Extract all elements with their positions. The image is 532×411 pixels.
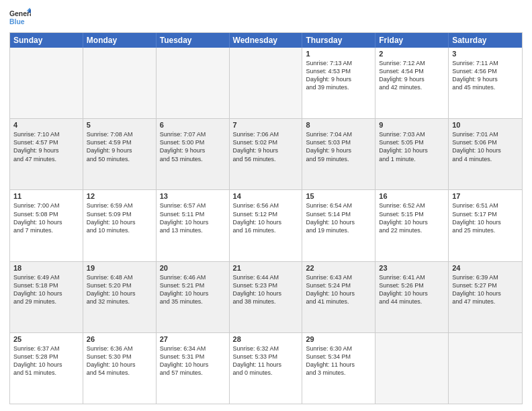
day-number: 25 [13,335,79,343]
cell-text: Sunrise: 7:13 AM Sunset: 4:53 PM Dayligh… [306,59,371,92]
day-number: 2 [379,50,445,58]
calendar-cell [230,48,303,118]
calendar-day-header: Friday [375,33,449,48]
calendar-cell: 11Sunrise: 7:00 AM Sunset: 5:08 PM Dayli… [10,190,83,261]
cell-text: Sunrise: 6:51 AM Sunset: 5:17 PM Dayligh… [452,201,519,234]
calendar-cell: 12Sunrise: 6:59 AM Sunset: 5:09 PM Dayli… [83,190,157,261]
calendar-cell: 15Sunrise: 6:54 AM Sunset: 5:14 PM Dayli… [302,190,375,261]
day-number: 20 [160,264,226,272]
day-number: 29 [306,335,371,343]
calendar-cell: 21Sunrise: 6:44 AM Sunset: 5:23 PM Dayli… [230,262,303,332]
calendar-cell: 8Sunrise: 7:04 AM Sunset: 5:03 PM Daylig… [302,119,375,189]
cell-text: Sunrise: 6:30 AM Sunset: 5:34 PM Dayligh… [306,345,371,377]
day-number: 7 [233,121,299,129]
day-number: 9 [379,121,445,129]
calendar: SundayMondayTuesdayWednesdayThursdayFrid… [9,32,523,404]
cell-text: Sunrise: 6:41 AM Sunset: 5:26 PM Dayligh… [379,273,445,306]
day-number: 8 [306,121,371,129]
day-number: 19 [87,264,152,272]
calendar-cell: 26Sunrise: 6:36 AM Sunset: 5:30 PM Dayli… [83,333,157,404]
cell-text: Sunrise: 6:56 AM Sunset: 5:12 PM Dayligh… [233,201,299,234]
day-number: 26 [87,335,152,343]
svg-text:Blue: Blue [9,18,25,26]
day-number: 1 [306,50,371,58]
day-number: 14 [233,192,299,200]
calendar-cell: 24Sunrise: 6:39 AM Sunset: 5:27 PM Dayli… [449,262,522,332]
day-number: 13 [160,192,226,200]
cell-text: Sunrise: 6:46 AM Sunset: 5:21 PM Dayligh… [160,273,226,306]
cell-text: Sunrise: 7:04 AM Sunset: 5:03 PM Dayligh… [306,130,371,163]
day-number: 21 [233,264,299,272]
cell-text: Sunrise: 6:57 AM Sunset: 5:11 PM Dayligh… [160,201,226,234]
calendar-cell: 4Sunrise: 7:10 AM Sunset: 4:57 PM Daylig… [10,119,83,189]
day-number: 5 [87,121,152,129]
calendar-day-header: Thursday [302,33,375,48]
cell-text: Sunrise: 7:08 AM Sunset: 4:59 PM Dayligh… [87,130,152,163]
calendar-cell: 25Sunrise: 6:37 AM Sunset: 5:28 PM Dayli… [10,333,83,404]
day-number: 15 [306,192,371,200]
calendar-day-header: Wednesday [230,33,303,48]
calendar-cell: 27Sunrise: 6:34 AM Sunset: 5:31 PM Dayli… [157,333,230,404]
cell-text: Sunrise: 6:49 AM Sunset: 5:18 PM Dayligh… [13,273,79,306]
calendar-cell: 2Sunrise: 7:12 AM Sunset: 4:54 PM Daylig… [375,48,449,118]
calendar-cell: 22Sunrise: 6:43 AM Sunset: 5:24 PM Dayli… [302,262,375,332]
calendar-cell: 16Sunrise: 6:52 AM Sunset: 5:15 PM Dayli… [375,190,449,261]
cell-text: Sunrise: 7:01 AM Sunset: 5:06 PM Dayligh… [452,130,519,163]
calendar-cell: 28Sunrise: 6:32 AM Sunset: 5:33 PM Dayli… [230,333,303,404]
calendar-cell: 23Sunrise: 6:41 AM Sunset: 5:26 PM Dayli… [375,262,449,332]
calendar-cell: 7Sunrise: 7:06 AM Sunset: 5:02 PM Daylig… [230,119,303,189]
calendar-cell: 6Sunrise: 7:07 AM Sunset: 5:00 PM Daylig… [157,119,230,189]
day-number: 27 [160,335,226,343]
cell-text: Sunrise: 6:32 AM Sunset: 5:33 PM Dayligh… [233,345,299,377]
cell-text: Sunrise: 6:43 AM Sunset: 5:24 PM Dayligh… [306,273,371,306]
header: General Blue [9,7,523,28]
day-number: 24 [452,264,519,272]
cell-text: Sunrise: 7:07 AM Sunset: 5:00 PM Dayligh… [160,130,226,163]
cell-text: Sunrise: 6:44 AM Sunset: 5:23 PM Dayligh… [233,273,299,306]
calendar-cell [157,48,230,118]
calendar-body: 1Sunrise: 7:13 AM Sunset: 4:53 PM Daylig… [10,48,522,404]
day-number: 3 [452,50,519,58]
calendar-row: 25Sunrise: 6:37 AM Sunset: 5:28 PM Dayli… [10,332,522,404]
day-number: 18 [13,264,79,272]
day-number: 11 [13,192,79,200]
calendar-cell: 14Sunrise: 6:56 AM Sunset: 5:12 PM Dayli… [230,190,303,261]
day-number: 10 [452,121,519,129]
calendar-cell: 13Sunrise: 6:57 AM Sunset: 5:11 PM Dayli… [157,190,230,261]
calendar-day-header: Tuesday [157,33,230,48]
day-number: 23 [379,264,445,272]
calendar-cell [83,48,157,118]
cell-text: Sunrise: 6:48 AM Sunset: 5:20 PM Dayligh… [87,273,152,306]
calendar-cell: 10Sunrise: 7:01 AM Sunset: 5:06 PM Dayli… [449,119,522,189]
calendar-cell: 9Sunrise: 7:03 AM Sunset: 5:05 PM Daylig… [375,119,449,189]
cell-text: Sunrise: 6:54 AM Sunset: 5:14 PM Dayligh… [306,201,371,234]
calendar-cell: 18Sunrise: 6:49 AM Sunset: 5:18 PM Dayli… [10,262,83,332]
logo-icon: General Blue [9,7,31,28]
cell-text: Sunrise: 6:36 AM Sunset: 5:30 PM Dayligh… [87,345,152,377]
cell-text: Sunrise: 6:59 AM Sunset: 5:09 PM Dayligh… [87,201,152,234]
calendar-cell: 3Sunrise: 7:11 AM Sunset: 4:56 PM Daylig… [449,48,522,118]
day-number: 22 [306,264,371,272]
day-number: 28 [233,335,299,343]
cell-text: Sunrise: 6:34 AM Sunset: 5:31 PM Dayligh… [160,345,226,377]
day-number: 6 [160,121,226,129]
cell-text: Sunrise: 6:37 AM Sunset: 5:28 PM Dayligh… [13,345,79,377]
calendar-cell: 17Sunrise: 6:51 AM Sunset: 5:17 PM Dayli… [449,190,522,261]
day-number: 4 [13,121,79,129]
day-number: 12 [87,192,152,200]
cell-text: Sunrise: 7:06 AM Sunset: 5:02 PM Dayligh… [233,130,299,163]
logo: General Blue [9,7,31,28]
calendar-cell: 1Sunrise: 7:13 AM Sunset: 4:53 PM Daylig… [302,48,375,118]
calendar-cell: 29Sunrise: 6:30 AM Sunset: 5:34 PM Dayli… [302,333,375,404]
calendar-cell [375,333,449,404]
calendar-day-header: Saturday [449,33,522,48]
cell-text: Sunrise: 6:39 AM Sunset: 5:27 PM Dayligh… [452,273,519,306]
calendar-cell [449,333,522,404]
calendar-row: 1Sunrise: 7:13 AM Sunset: 4:53 PM Daylig… [10,48,522,118]
calendar-cell: 20Sunrise: 6:46 AM Sunset: 5:21 PM Dayli… [157,262,230,332]
cell-text: Sunrise: 7:03 AM Sunset: 5:05 PM Dayligh… [379,130,445,163]
calendar-day-header: Monday [83,33,157,48]
calendar-day-header: Sunday [10,33,83,48]
calendar-row: 18Sunrise: 6:49 AM Sunset: 5:18 PM Dayli… [10,261,522,332]
calendar-header: SundayMondayTuesdayWednesdayThursdayFrid… [10,33,522,48]
